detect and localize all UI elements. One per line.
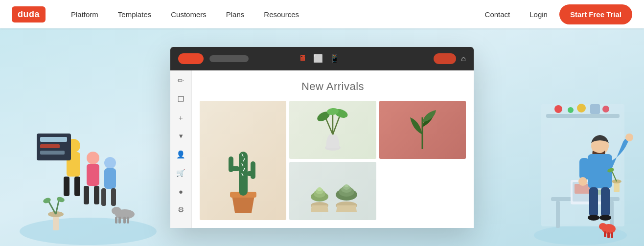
hero-section: 🖥 ⬜ 📱 ⌂ ✏ ❐ + ▾ 👤 🛒 ● ⚙ [0, 28, 644, 246]
home-icon[interactable]: ⌂ [461, 54, 466, 63]
svg-rect-20 [40, 137, 67, 142]
svg-point-62 [554, 105, 562, 113]
toolbar-right: ⌂ [434, 53, 466, 64]
dot-icon[interactable]: ● [179, 187, 183, 196]
svg-rect-65 [590, 104, 600, 114]
svg-point-64 [577, 104, 586, 112]
svg-rect-88 [611, 232, 613, 238]
svg-rect-16 [118, 217, 121, 224]
svg-point-14 [112, 207, 121, 215]
svg-rect-11 [101, 188, 106, 206]
toolbar-pill-orange [178, 53, 204, 64]
svg-line-42 [333, 115, 340, 134]
svg-rect-87 [607, 232, 610, 238]
svg-rect-18 [127, 217, 129, 224]
add-icon[interactable]: + [179, 113, 183, 122]
nav-customers[interactable]: Customers [161, 0, 216, 28]
editor-toolbar: 🖥 ⬜ 📱 ⌂ [170, 47, 474, 70]
svg-rect-81 [601, 187, 610, 217]
svg-point-82 [588, 215, 599, 221]
svg-rect-12 [111, 188, 116, 206]
svg-point-28 [56, 196, 65, 203]
svg-rect-8 [94, 186, 99, 204]
svg-rect-21 [40, 144, 60, 148]
logo[interactable]: duda [12, 6, 46, 22]
svg-rect-80 [589, 187, 598, 217]
svg-point-77 [625, 134, 633, 141]
svg-rect-4 [74, 177, 80, 196]
settings-icon[interactable]: ⚙ [178, 205, 184, 214]
svg-point-0 [20, 218, 157, 245]
svg-point-9 [104, 157, 116, 169]
svg-point-58 [345, 184, 348, 187]
nav-plans[interactable]: Plans [216, 0, 254, 28]
layers-icon[interactable]: ❐ [178, 95, 184, 104]
nav-right: Contact Login Start Free Trial [477, 4, 632, 24]
start-trial-button[interactable]: Start Free Trial [559, 4, 632, 24]
svg-point-83 [599, 215, 611, 221]
svg-point-5 [87, 152, 99, 164]
svg-rect-22 [40, 151, 65, 155]
nav-links: Platform Templates Customers Plans Resou… [61, 0, 477, 28]
svg-point-79 [578, 177, 587, 186]
edit-icon[interactable]: ✏ [178, 76, 184, 85]
svg-rect-68 [556, 201, 560, 228]
nav-resources[interactable]: Resources [254, 0, 309, 28]
svg-rect-6 [87, 164, 99, 186]
svg-rect-34 [251, 161, 255, 179]
editor-mockup: 🖥 ⬜ 📱 ⌂ ✏ ❐ + ▾ 👤 🛒 ● ⚙ [170, 47, 474, 228]
editor-body: ✏ ❐ + ▾ 👤 🛒 ● ⚙ New Arrivals [170, 70, 474, 228]
svg-rect-10 [104, 168, 116, 189]
grid-cell-succulents [289, 162, 376, 220]
nav-platform[interactable]: Platform [61, 0, 108, 28]
svg-point-85 [599, 223, 607, 230]
svg-rect-30 [239, 152, 248, 196]
svg-rect-69 [610, 201, 614, 228]
nav-contact[interactable]: Contact [477, 10, 518, 19]
toolbar-text-pill [209, 55, 249, 62]
cart-icon[interactable]: 🛒 [176, 169, 185, 178]
left-illustration [10, 55, 161, 246]
editor-sidebar: ✏ ❐ + ▾ 👤 🛒 ● ⚙ [170, 70, 192, 228]
nav-templates[interactable]: Templates [108, 0, 161, 28]
right-illustration [527, 55, 634, 246]
svg-point-66 [602, 106, 609, 112]
canvas-section-title: New Arrivals [301, 80, 364, 93]
user-icon[interactable]: 👤 [176, 150, 185, 159]
svg-rect-61 [546, 114, 620, 118]
toolbar-publish-pill[interactable] [434, 53, 456, 64]
nav-login[interactable]: Login [522, 10, 555, 19]
svg-rect-78 [579, 158, 589, 180]
svg-line-41 [325, 117, 333, 134]
folder-icon[interactable]: ▾ [179, 132, 183, 140]
svg-rect-7 [84, 186, 89, 204]
tablet-icon[interactable]: ⬜ [313, 54, 323, 63]
svg-rect-15 [115, 217, 117, 224]
mobile-icon[interactable]: 📱 [330, 54, 340, 63]
svg-rect-32 [229, 157, 233, 172]
desktop-icon[interactable]: 🖥 [299, 54, 306, 63]
svg-point-63 [568, 107, 574, 113]
grid-cell-leaf [289, 101, 376, 159]
svg-rect-3 [64, 177, 69, 196]
navigation: duda Platform Templates Customers Plans … [0, 0, 644, 28]
product-grid [200, 101, 466, 220]
grid-cell-cactus [200, 101, 286, 220]
toolbar-device-icons: 🖥 ⬜ 📱 [299, 54, 340, 63]
svg-rect-86 [604, 231, 606, 237]
svg-point-52 [317, 187, 322, 191]
grid-cell-red-plant [379, 101, 466, 159]
editor-canvas: New Arrivals [192, 70, 474, 228]
svg-rect-23 [53, 217, 59, 230]
svg-rect-17 [123, 217, 126, 224]
